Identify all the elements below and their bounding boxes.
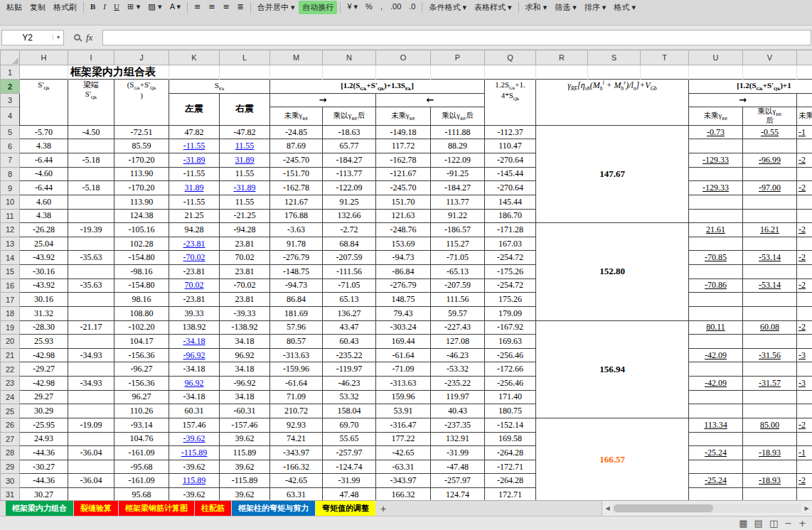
cell-H30[interactable]: -44.36 <box>20 474 68 488</box>
row-header-19[interactable]: 19 <box>1 320 20 335</box>
cell-K6[interactable]: -11.55 <box>169 139 220 153</box>
toolbar-bold[interactable]: B <box>87 1 99 12</box>
column-header-J[interactable]: J <box>114 50 169 65</box>
cell-M25[interactable]: 210.72 <box>270 404 323 418</box>
cell-M19[interactable]: 57.96 <box>270 320 323 335</box>
cell-V29[interactable] <box>743 460 797 474</box>
cell-K20[interactable]: -34.18 <box>169 335 220 349</box>
scroll-left-icon[interactable]: ◀ <box>602 505 613 512</box>
cell-I30[interactable]: -36.04 <box>68 474 114 488</box>
cell-I14[interactable]: -35.63 <box>68 251 114 265</box>
cell-H18[interactable]: 31.32 <box>20 306 68 320</box>
cell-L15[interactable]: 23.81 <box>220 265 270 279</box>
cell-J27[interactable]: 104.76 <box>114 432 169 446</box>
cell-H27[interactable]: 24.93 <box>20 432 68 446</box>
cell-Q29[interactable]: -172.71 <box>485 460 536 474</box>
cell-I31[interactable] <box>68 488 114 500</box>
cell-O13[interactable]: 153.69 <box>376 237 431 251</box>
cell-H16[interactable]: -43.92 <box>20 278 68 293</box>
cell-N29[interactable]: -124.74 <box>323 460 376 474</box>
sheet-tab-3[interactable]: 框架梁钢筋计算图 <box>119 501 194 516</box>
toolbar-italic[interactable]: I <box>100 1 109 12</box>
cell-K13[interactable]: -23.81 <box>169 237 220 251</box>
cell-N23[interactable]: -46.23 <box>323 377 376 391</box>
cell-Q5[interactable]: -112.37 <box>485 125 536 139</box>
cell-I6[interactable] <box>68 139 114 153</box>
cell-H8[interactable]: -4.60 <box>20 167 68 181</box>
sheet-tab-1[interactable]: 框架梁内力组合 <box>6 501 73 516</box>
column-header-V[interactable]: V <box>743 50 797 65</box>
header-right-quake[interactable]: 右震 <box>220 94 270 126</box>
cell-K29[interactable]: -39.62 <box>169 460 220 474</box>
cell-J15[interactable]: -98.16 <box>114 265 169 279</box>
formula-input[interactable] <box>102 30 811 45</box>
cell-U19[interactable]: 80.11 <box>689 320 743 335</box>
cell-V15[interactable] <box>743 265 797 279</box>
toolbar-font-color[interactable]: A ▾ <box>166 1 184 13</box>
cell-J20[interactable]: 104.17 <box>114 335 169 349</box>
cell-M15[interactable]: -148.75 <box>270 265 323 279</box>
cell-I26[interactable]: -19.09 <box>68 418 114 432</box>
toolbar-align-center[interactable]: ≡ <box>205 1 218 13</box>
cell-O31[interactable]: 166.32 <box>376 488 431 500</box>
cell-O25[interactable]: 53.91 <box>376 404 431 418</box>
cell-N20[interactable]: 60.43 <box>323 335 376 349</box>
cell-M16[interactable]: -94.73 <box>270 278 323 293</box>
column-header-Q[interactable]: Q <box>485 50 536 65</box>
cell-P27[interactable]: 132.91 <box>431 432 485 446</box>
cell-K18[interactable]: 39.33 <box>169 306 220 320</box>
row-header-17[interactable]: 17 <box>1 293 20 307</box>
cell-J31[interactable]: 95.68 <box>114 488 169 500</box>
cell-K26[interactable]: 157.46 <box>169 418 220 432</box>
header-sek[interactable]: SEk <box>169 80 270 94</box>
toolbar-sort[interactable]: 排序 ▾ <box>581 1 610 14</box>
cell-W20[interactable] <box>797 335 812 349</box>
cell-U25[interactable] <box>689 404 743 418</box>
cell-U26[interactable]: 113.34 <box>689 418 743 432</box>
cell-W12[interactable]: -2 <box>797 223 812 237</box>
cell-Q15[interactable]: -175.26 <box>485 265 536 279</box>
cell-U7[interactable]: -129.33 <box>689 153 743 168</box>
cell-M10[interactable]: 121.67 <box>270 195 323 209</box>
cell-L19[interactable]: -138.92 <box>220 320 270 335</box>
cell-O6[interactable]: 117.72 <box>376 139 431 153</box>
cell-J8[interactable]: 113.90 <box>114 167 169 181</box>
cell-N25[interactable]: 158.04 <box>323 404 376 418</box>
cell-H25[interactable]: 30.29 <box>20 404 68 418</box>
toolbar-paste[interactable]: 粘贴 <box>3 1 26 14</box>
toolbar-comma[interactable]: , <box>377 1 386 12</box>
toolbar-sum[interactable]: 求和 ▾ <box>522 1 551 14</box>
cell-H7[interactable]: -6.44 <box>20 153 68 168</box>
cell-W8[interactable] <box>797 167 812 181</box>
cell-N11[interactable]: 132.66 <box>323 209 376 223</box>
cell-V14[interactable]: -53.14 <box>743 251 797 265</box>
cell-I23[interactable]: -34.93 <box>68 377 114 391</box>
cell-K1[interactable] <box>169 65 220 80</box>
cell-V6[interactable] <box>743 139 797 153</box>
cell-Q11[interactable]: 186.70 <box>485 209 536 223</box>
cell-I11[interactable] <box>68 209 114 223</box>
cell-J10[interactable]: 113.90 <box>114 195 169 209</box>
row-header-11[interactable]: 11 <box>1 209 20 223</box>
cell-M11[interactable]: 176.88 <box>270 209 323 223</box>
toolbar-align-left[interactable]: ≡ <box>191 1 204 13</box>
zoom-out-icon[interactable]: − <box>784 519 792 528</box>
cell-N21[interactable]: -235.22 <box>323 348 376 362</box>
cell-O12[interactable]: -248.76 <box>376 223 431 237</box>
cell-N24[interactable]: 53.32 <box>323 390 376 404</box>
cell-I13[interactable] <box>68 237 114 251</box>
cell-M14[interactable]: -276.79 <box>270 251 323 265</box>
row-header-6[interactable]: 6 <box>1 139 20 153</box>
header-arrow-right-icon-1[interactable]: → <box>270 94 376 107</box>
cell-P20[interactable]: 127.08 <box>431 335 485 349</box>
cell-O26[interactable]: -316.47 <box>376 418 431 432</box>
cell-P8[interactable]: -91.25 <box>431 167 485 181</box>
toolbar-increase-decimal[interactable]: .00 <box>387 1 405 12</box>
header-not-multiplied-o[interactable]: 未乘γRE <box>376 107 431 126</box>
toolbar-format-painter[interactable]: 格式刷 <box>50 1 80 14</box>
row-header-20[interactable]: 20 <box>1 335 20 349</box>
cell-W17[interactable] <box>797 293 812 307</box>
cell-W16[interactable]: -2 <box>797 278 812 293</box>
cell-P11[interactable]: 91.22 <box>431 209 485 223</box>
cell-U20[interactable] <box>689 335 743 349</box>
